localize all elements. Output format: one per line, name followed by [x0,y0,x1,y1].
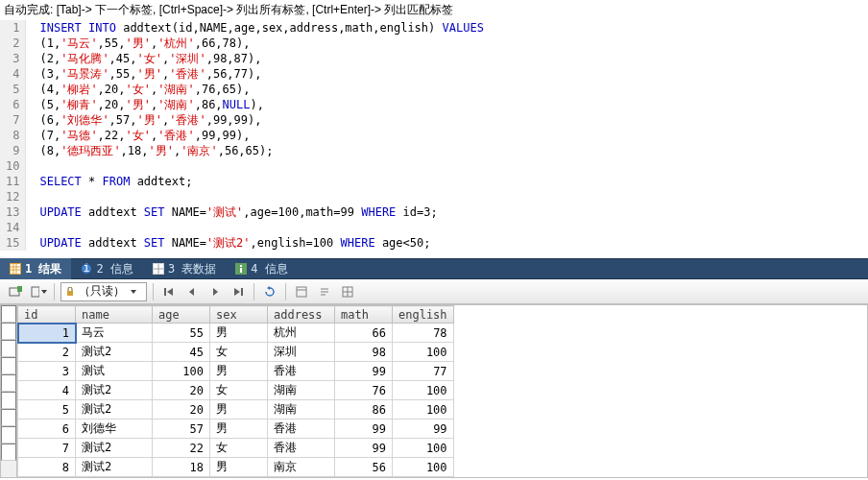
row-selector-column[interactable] [1,305,17,477]
cell[interactable]: 4 [18,381,76,400]
column-header[interactable]: sex [210,306,268,324]
cell[interactable]: 100 [393,439,454,458]
cell[interactable]: 56 [335,458,393,477]
cell[interactable]: 100 [393,343,454,362]
tab-info-label: 4 信息 [251,261,287,277]
cell[interactable]: 女 [210,381,268,400]
cell[interactable]: 测试2 [76,343,153,362]
cell[interactable]: 香港 [268,362,335,381]
insert-row-button[interactable] [6,282,25,301]
cell[interactable]: 5 [18,400,76,420]
tab-info[interactable]: 4 信息 [226,258,297,279]
cell[interactable]: 99 [335,420,393,439]
cell[interactable]: 55 [153,324,210,343]
cell[interactable]: 78 [393,324,454,343]
table-row[interactable]: 7测试222女香港99100 [18,439,454,458]
cell[interactable]: 7 [18,439,76,458]
cell[interactable]: 100 [393,381,454,400]
row-selector[interactable] [1,357,16,374]
cell[interactable]: 99 [335,362,393,381]
cell[interactable]: 男 [210,420,268,439]
cell[interactable]: 男 [210,362,268,381]
tab-messages[interactable]: i 2 信息 [71,258,142,279]
cell[interactable]: 1 [18,324,76,343]
last-button[interactable] [229,282,248,301]
column-header[interactable]: id [18,306,76,324]
cell[interactable]: 76 [335,381,393,400]
export-button[interactable] [29,282,48,301]
table-row[interactable]: 8测试218男南京56100 [18,458,454,477]
table-row[interactable]: 4测试220女湖南76100 [18,381,454,400]
cell[interactable]: 6 [18,420,76,439]
cell[interactable]: 湖南 [268,381,335,400]
column-header[interactable]: age [153,306,210,324]
table-row[interactable]: 2测试245女深圳98100 [18,343,454,362]
tab-tabledata[interactable]: 3 表数据 [143,258,226,279]
table-row[interactable]: 1马云55男杭州6678 [18,324,454,343]
cell[interactable]: 77 [393,362,454,381]
code-area[interactable]: INSERT INTO addtext(id,NAME,age,sex,addr… [26,20,868,251]
cell[interactable]: 湖南 [268,400,335,420]
cell[interactable]: 测试2 [76,400,153,420]
row-selector[interactable] [1,374,16,392]
column-header[interactable]: math [335,306,393,324]
cell[interactable]: 香港 [268,420,335,439]
prev-button[interactable] [182,282,202,301]
cell[interactable]: 100 [393,458,454,477]
next-button[interactable] [205,282,225,301]
table-row[interactable]: 6刘德华57男香港9999 [18,420,454,439]
cell[interactable]: 99 [393,420,454,439]
cell[interactable]: 测试 [76,362,153,381]
first-button[interactable] [159,282,179,301]
cell[interactable]: 100 [393,400,454,420]
column-header[interactable]: name [76,306,153,324]
cell[interactable]: 测试2 [76,458,153,477]
refresh-button[interactable] [260,282,279,301]
cell[interactable]: 99 [335,439,393,458]
row-selector[interactable] [1,444,16,461]
row-selector[interactable] [1,323,16,340]
cell[interactable]: 3 [18,362,76,381]
edit-mode-dropdown[interactable]: （只读） [60,282,147,301]
cell[interactable]: 香港 [268,439,335,458]
cell[interactable]: 22 [153,439,210,458]
cell[interactable]: 57 [153,420,210,439]
view-form-button[interactable] [292,282,311,301]
cell[interactable]: 测试2 [76,439,153,458]
cell[interactable]: 男 [210,458,268,477]
cell[interactable]: 2 [18,343,76,362]
sql-editor[interactable]: 123456789101112131415 INSERT INTO addtex… [0,20,868,251]
cell[interactable]: 马云 [76,324,153,343]
cell[interactable]: 18 [153,458,210,477]
row-selector[interactable] [1,392,16,409]
view-grid-button[interactable] [338,282,357,301]
cell[interactable]: 杭州 [268,324,335,343]
row-selector[interactable] [1,409,16,426]
cell[interactable]: 深圳 [268,343,335,362]
cell[interactable]: 男 [210,400,268,420]
cell[interactable]: 测试2 [76,381,153,400]
cell[interactable]: 98 [335,343,393,362]
cell[interactable]: 南京 [268,458,335,477]
column-header[interactable]: address [268,306,335,324]
cell[interactable]: 66 [335,324,393,343]
row-selector[interactable] [1,340,16,357]
cell[interactable]: 男 [210,324,268,343]
cell[interactable]: 20 [153,381,210,400]
cell[interactable]: 女 [210,343,268,362]
result-grid[interactable]: idnameagesexaddressmathenglish1马云55男杭州66… [0,304,868,478]
result-table[interactable]: idnameagesexaddressmathenglish1马云55男杭州66… [17,305,454,477]
column-header[interactable]: english [393,306,454,324]
cell[interactable]: 女 [210,439,268,458]
tab-results[interactable]: 1 结果 [0,258,71,279]
view-text-button[interactable] [315,282,334,301]
table-row[interactable]: 3测试100男香港9977 [18,362,454,381]
cell[interactable]: 刘德华 [76,420,153,439]
cell[interactable]: 20 [153,400,210,420]
cell[interactable]: 100 [153,362,210,381]
table-row[interactable]: 5测试220男湖南86100 [18,400,454,420]
cell[interactable]: 86 [335,400,393,420]
cell[interactable]: 8 [18,458,76,477]
row-selector[interactable] [1,426,16,444]
cell[interactable]: 45 [153,343,210,362]
